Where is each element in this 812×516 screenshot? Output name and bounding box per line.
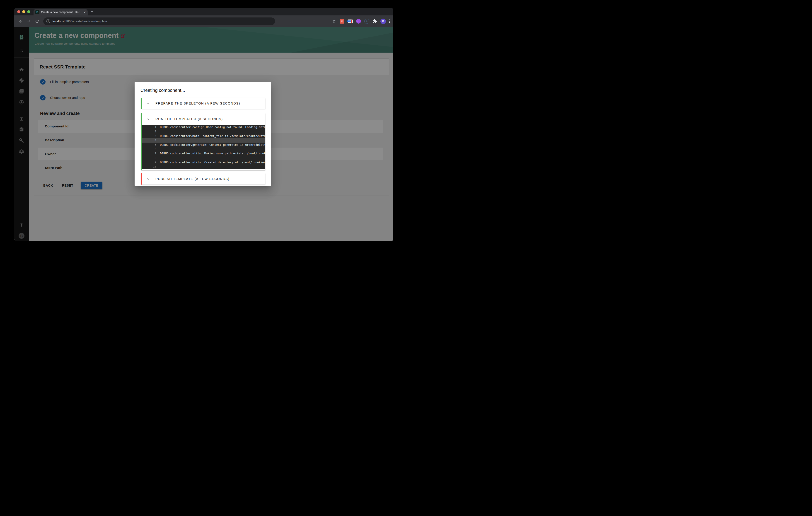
- password-cursor-icon: ▎: [351, 20, 353, 23]
- log-line-text: [156, 129, 160, 134]
- reload-icon[interactable]: [34, 18, 40, 25]
- site-info-icon[interactable]: i: [47, 19, 50, 23]
- dialog-title: Creating component...: [141, 88, 185, 93]
- log-line-number: 10: [142, 165, 156, 169]
- url-bar[interactable]: i localhost:3000/create/react-ssr-templa…: [43, 18, 275, 25]
- browser-toolbar: i localhost:3000/create/react-ssr-templa…: [14, 16, 393, 27]
- log-line: 8: [142, 156, 265, 160]
- accordion-header[interactable]: RUN THE TEMPLATER (3 SECONDS): [142, 113, 265, 125]
- log-line: 4: [142, 138, 265, 142]
- log-line-text: DEBUG cookiecutter.main: context_file is…: [156, 134, 265, 138]
- extension-purple-icon[interactable]: [356, 19, 361, 24]
- browser-tab[interactable]: B Create a new component | Bac ✕: [33, 9, 88, 16]
- log-line-text: [156, 165, 160, 169]
- log-line: 5DEBUG cookiecutter.generate: Context ge…: [142, 143, 265, 147]
- log-line: 6: [142, 147, 265, 151]
- accordion-header[interactable]: PREPARE THE SKELETON (A FEW SECONDS): [142, 98, 265, 109]
- url-host: localhost: [53, 20, 64, 23]
- log-line: 1DEBUG cookiecutter.config: User config …: [142, 125, 265, 129]
- log-line: 9DEBUG cookiecutter.utils: Created direc…: [142, 160, 265, 164]
- log-line-number: 9: [142, 160, 156, 164]
- chevron-down-icon: [146, 101, 150, 106]
- log-line-number: 4: [142, 138, 156, 142]
- log-line: 7DEBUG cookiecutter.utils: Making sure p…: [142, 151, 265, 156]
- extension-a-badge-icon[interactable]: A: [364, 19, 369, 24]
- log-line-text: DEBUG cookiecutter.utils: Making sure pa…: [156, 151, 265, 156]
- browser-profile-avatar[interactable]: B: [380, 19, 386, 24]
- bookmark-star-icon[interactable]: [332, 19, 336, 23]
- forward-icon[interactable]: [26, 18, 32, 25]
- back-icon[interactable]: [18, 18, 24, 25]
- log-line: 2: [142, 129, 265, 134]
- url-path: :3000/create/react-ssr-template: [64, 20, 107, 23]
- log-line-number: 1: [142, 125, 156, 129]
- screenshot-stage: B Create a new component | Bac ✕ + i loc…: [0, 0, 406, 258]
- chevron-down-icon: [146, 177, 150, 181]
- page-viewport: B: [14, 27, 393, 241]
- chevron-down-icon: [146, 117, 150, 121]
- section-label: PREPARE THE SKELETON (A FEW SECONDS): [155, 102, 240, 105]
- log-line-number: 3: [142, 134, 156, 138]
- accordion-header[interactable]: PUBLISH TEMPLATE (A FEW SECONDS): [142, 173, 265, 185]
- browser-window: B Create a new component | Bac ✕ + i loc…: [14, 8, 393, 241]
- section-label: PUBLISH TEMPLATE (A FEW SECONDS): [155, 177, 230, 181]
- log-line-text: [156, 147, 160, 151]
- extensions-puzzle-icon[interactable]: [373, 19, 377, 23]
- toolbar-right-icons: ⚛ ✱✱▎ A B: [332, 19, 390, 24]
- log-line-number: 6: [142, 147, 156, 151]
- log-line-text: DEBUG cookiecutter.utils: Created direct…: [156, 160, 265, 164]
- step-section-publish-template[interactable]: PUBLISH TEMPLATE (A FEW SECONDS): [141, 173, 265, 185]
- log-line-number: 8: [142, 156, 156, 160]
- browser-menu-icon[interactable]: [389, 20, 390, 23]
- log-line-number: 2: [142, 129, 156, 134]
- tab-title: Create a new component | Bac: [41, 11, 82, 14]
- extension-password-icon[interactable]: ✱✱▎: [348, 20, 353, 23]
- step-section-run-templater[interactable]: RUN THE TEMPLATER (3 SECONDS) 1DEBUG coo…: [141, 113, 265, 170]
- log-line-text: [156, 156, 160, 160]
- url-text: localhost:3000/create/react-ssr-template: [53, 20, 107, 23]
- log-line-number: 7: [142, 151, 156, 156]
- log-line-number: 5: [142, 143, 156, 147]
- log-line-text: [156, 138, 160, 142]
- step-section-prepare-skeleton[interactable]: PREPARE THE SKELETON (A FEW SECONDS): [141, 98, 265, 109]
- close-window-button[interactable]: [17, 10, 20, 13]
- section-label: RUN THE TEMPLATER (3 SECONDS): [155, 117, 223, 121]
- tab-close-icon[interactable]: ✕: [83, 11, 86, 14]
- macos-traffic-lights: [17, 10, 30, 13]
- log-terminal[interactable]: 1DEBUG cookiecutter.config: User config …: [142, 125, 265, 169]
- log-line-text: DEBUG cookiecutter.config: User config n…: [156, 125, 265, 129]
- backstage-favicon-icon: B: [35, 10, 39, 14]
- tab-strip: B Create a new component | Bac ✕ +: [14, 8, 393, 16]
- creating-component-dialog: Creating component... PREPARE THE SKELET…: [135, 82, 271, 186]
- new-tab-button[interactable]: +: [89, 9, 95, 15]
- log-line: 3DEBUG cookiecutter.main: context_file i…: [142, 134, 265, 138]
- extension-devtools-icon[interactable]: ⚛: [340, 19, 344, 24]
- minimize-window-button[interactable]: [22, 10, 25, 13]
- log-line-text: DEBUG cookiecutter.generate: Context gen…: [156, 143, 265, 147]
- log-line: 10: [142, 165, 265, 169]
- zoom-window-button[interactable]: [27, 10, 30, 13]
